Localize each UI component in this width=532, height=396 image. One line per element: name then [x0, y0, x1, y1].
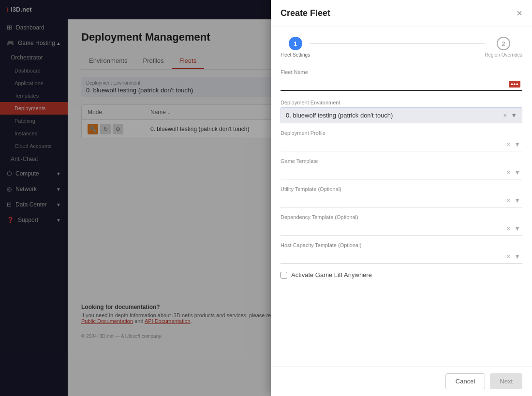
dependency-chevron-icon[interactable]: ▼ [514, 225, 520, 232]
fleet-name-group: Fleet Name ●●● [281, 69, 522, 91]
step-1: 1 Fleet Settings [281, 37, 310, 58]
game-template-select[interactable]: × ▼ [281, 166, 522, 179]
cancel-button[interactable]: Cancel [445, 373, 485, 389]
fleet-name-error-icon: ●●● [509, 81, 520, 88]
modal-body: Fleet Name ●●● Deployment Environment 0.… [271, 61, 532, 366]
game-template-clear-icon[interactable]: × [507, 169, 511, 176]
utility-template-label: Utility Template (Optional) [281, 186, 522, 192]
utility-clear-icon[interactable]: × [507, 197, 511, 204]
host-capacity-clear-icon[interactable]: × [507, 253, 511, 260]
dependency-clear-icon[interactable]: × [507, 225, 511, 232]
profile-clear-icon[interactable]: × [507, 141, 511, 148]
env-select-chevron-icon[interactable]: ▼ [511, 112, 517, 119]
host-capacity-group: Host Capacity Template (Optional) × ▼ [281, 242, 522, 264]
dependency-template-select[interactable]: × ▼ [281, 222, 522, 235]
utility-chevron-icon[interactable]: ▼ [514, 197, 520, 204]
deployment-env-select[interactable]: 0. bluewolf testing (patrick don't touch… [281, 107, 522, 123]
modal-header: Create Fleet × [271, 0, 532, 27]
step-2: 2 Region Overrides [485, 37, 522, 58]
stepper: 1 Fleet Settings 2 Region Overrides [271, 27, 532, 61]
game-template-chevron-icon[interactable]: ▼ [514, 169, 520, 176]
dependency-template-group: Dependency Template (Optional) × ▼ [281, 214, 522, 235]
game-template-label: Game Template [281, 158, 522, 164]
utility-template-group: Utility Template (Optional) × ▼ [281, 186, 522, 207]
modal-title: Create Fleet [281, 8, 330, 18]
step-line [310, 44, 485, 44]
step-2-label: Region Overrides [485, 52, 522, 58]
deployment-profile-group: Deployment Profile × ▼ [281, 130, 522, 151]
fleet-name-input[interactable] [281, 77, 522, 91]
deployment-env-value: 0. bluewolf testing (patrick don't touch… [286, 112, 393, 119]
dependency-template-label: Dependency Template (Optional) [281, 214, 522, 220]
deployment-env-label: Deployment Environment [281, 100, 522, 105]
deployment-profile-select[interactable]: × ▼ [281, 138, 522, 151]
utility-template-select[interactable]: × ▼ [281, 194, 522, 207]
fleet-name-label: Fleet Name [281, 69, 522, 75]
modal-overlay: Create Fleet × 1 Fleet Settings 2 Region… [0, 0, 532, 396]
step-1-circle: 1 [289, 37, 302, 50]
step-1-label: Fleet Settings [281, 52, 310, 58]
env-select-clear-icon[interactable]: × [503, 112, 507, 119]
gamelift-checkbox-row: Activate Game Lift Anywhere [281, 271, 522, 279]
profile-chevron-icon[interactable]: ▼ [514, 141, 520, 148]
host-capacity-label: Host Capacity Template (Optional) [281, 242, 522, 248]
modal-close-button[interactable]: × [517, 8, 522, 19]
deployment-env-group: Deployment Environment 0. bluewolf testi… [281, 100, 522, 123]
modal-footer: Cancel Next [271, 366, 532, 396]
deployment-profile-label: Deployment Profile [281, 130, 522, 136]
gamelift-checkbox[interactable] [281, 272, 287, 279]
gamelift-checkbox-label: Activate Game Lift Anywhere [291, 271, 372, 279]
host-capacity-chevron-icon[interactable]: ▼ [514, 253, 520, 260]
game-template-group: Game Template × ▼ [281, 158, 522, 179]
step-2-circle: 2 [497, 37, 510, 50]
next-button[interactable]: Next [490, 373, 522, 389]
host-capacity-select[interactable]: × ▼ [281, 250, 522, 264]
modal: Create Fleet × 1 Fleet Settings 2 Region… [271, 0, 532, 396]
